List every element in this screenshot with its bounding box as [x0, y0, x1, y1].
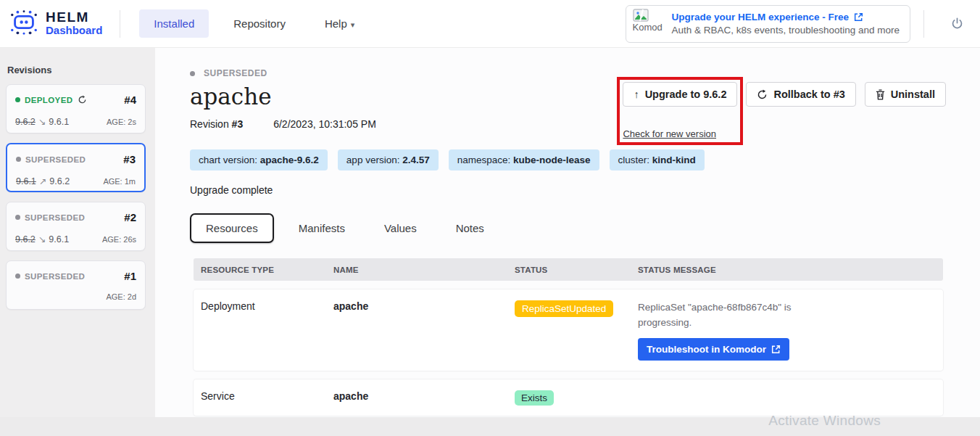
status-dot: [15, 215, 20, 220]
rollback-icon: [757, 89, 768, 100]
shutdown-button[interactable]: [950, 17, 964, 30]
col-name: NAME: [333, 266, 515, 274]
activate-windows-watermark: Activate Windows: [768, 413, 881, 429]
chart-version-badge: chart version: apache-9.6.2: [190, 149, 328, 170]
revision-number: #3: [123, 153, 136, 165]
broken-image-icon: [633, 9, 649, 22]
release-notes-text: Upgrade complete: [190, 184, 945, 196]
bottom-strip: Activate Windows: [0, 417, 980, 436]
table-header: RESOURCE TYPE NAME STATUS STATUS MESSAGE: [194, 258, 943, 281]
cluster-badge: cluster: kind-kind: [610, 149, 705, 170]
resource-type-cell: Deployment: [194, 299, 333, 361]
komodor-broken-image: Komod: [633, 9, 665, 39]
revision-age: AGE: 2d: [106, 292, 136, 301]
revision-label: Revision: [190, 118, 229, 130]
check-new-version-link[interactable]: Check for new version: [623, 128, 716, 139]
image-alt-text: Komod: [633, 22, 663, 33]
upgrade-arrow-icon: ↗: [39, 176, 46, 186]
resource-name-cell: apache: [333, 299, 515, 361]
arrow-up-icon: ↑: [634, 89, 639, 100]
status-badge: ReplicaSetUpdated: [515, 300, 613, 317]
downgrade-arrow-icon: ↘: [38, 234, 46, 244]
tab-values[interactable]: Values: [370, 215, 431, 242]
revision-number: #1: [124, 270, 136, 282]
external-link-icon: [854, 12, 863, 22]
chevron-down-icon: ▾: [351, 20, 355, 29]
nav-tab-installed[interactable]: Installed: [139, 9, 209, 38]
col-status: STATUS: [515, 266, 638, 274]
status-badge: Exists: [515, 390, 554, 406]
table-row: Service apache Exists: [194, 379, 943, 416]
promo-title: Upgrade your HELM experience - Free: [672, 12, 850, 22]
status-dot: [16, 157, 21, 162]
new-version: 9.6.2: [49, 176, 70, 186]
new-version: 9.6.1: [49, 117, 69, 127]
nav-tab-repository[interactable]: Repository: [219, 9, 300, 38]
main-nav: Installed Repository Help▾: [139, 9, 369, 38]
status-message: ReplicaSet "apache-68fb867c4b" is progre…: [638, 300, 801, 331]
app-version-badge: app version: 2.4.57: [338, 149, 439, 170]
release-detail-panel: SUPERSEDED apache Revision #3 6/2/2023, …: [155, 48, 980, 417]
helm-dashboard-logo[interactable]: HELM Dashboard: [9, 8, 102, 40]
detail-tabs: Resources Manifests Values Notes: [190, 213, 945, 243]
revision-status: SUPERSEDED: [25, 213, 85, 222]
rollback-button[interactable]: Rollback to #3: [746, 82, 855, 107]
revisions-sidebar: Revisions DEPLOYED #4 9.6.2 ↘ 9.6.1 AGE:…: [0, 48, 155, 417]
old-version: 9.6.2: [15, 234, 36, 244]
reconfigure-icon: [78, 95, 87, 104]
resources-table: RESOURCE TYPE NAME STATUS STATUS MESSAGE…: [194, 258, 943, 416]
revision-number: #3: [232, 118, 244, 130]
external-link-icon: [771, 345, 781, 354]
old-version: 9.6.1: [16, 176, 36, 186]
revision-status: SUPERSEDED: [25, 155, 86, 164]
logo-title: HELM: [46, 10, 102, 25]
troubleshoot-komodor-button[interactable]: Troubleshoot in Komodor: [638, 338, 789, 361]
revision-age: AGE: 1m: [103, 177, 136, 186]
sidebar-title: Revisions: [7, 65, 146, 75]
header-divider-2: [923, 10, 924, 38]
resource-name-cell: apache: [333, 389, 515, 406]
namespace-badge: namespace: kube-node-lease: [449, 149, 599, 170]
komodor-promo-banner[interactable]: Komod Upgrade your HELM experience - Fre…: [626, 5, 910, 43]
nav-menu-help[interactable]: Help▾: [310, 9, 369, 38]
revision-timestamp: 6/2/2023, 10:31:05 PM: [273, 118, 376, 130]
revision-card-1[interactable]: SUPERSEDED #1 AGE: 2d: [6, 260, 146, 310]
resource-type-cell: Service: [194, 389, 333, 406]
upgrade-button[interactable]: ↑ Upgrade to 9.6.2: [623, 82, 737, 107]
revision-age: AGE: 2s: [107, 118, 136, 126]
revision-age: AGE: 26s: [102, 235, 136, 244]
helm-logo-icon: [9, 8, 39, 40]
status-dot: [15, 97, 20, 102]
release-actions: ↑ Upgrade to 9.6.2 Check for new version…: [623, 82, 946, 140]
status-dot: [15, 273, 20, 279]
table-row: Deployment apache ReplicaSetUpdated Repl…: [194, 289, 943, 371]
logo-subtitle: Dashboard: [46, 25, 102, 37]
revision-status: DEPLOYED: [25, 96, 72, 104]
power-icon: [950, 17, 964, 30]
revision-number: #2: [124, 211, 136, 223]
col-status-message: STATUS MESSAGE: [638, 266, 943, 274]
tab-manifests[interactable]: Manifests: [284, 215, 360, 242]
new-version: 9.6.1: [49, 234, 69, 244]
downgrade-arrow-icon: ↘: [38, 116, 46, 127]
old-version: 9.6.2: [15, 117, 36, 127]
tab-resources[interactable]: Resources: [190, 213, 274, 243]
release-info-badges: chart version: apache-9.6.2 app version:…: [190, 149, 945, 170]
tab-notes[interactable]: Notes: [441, 215, 499, 242]
status-dot: [190, 71, 195, 76]
promo-subtitle: Auth & RBAC, k8s events, troubleshooting…: [672, 25, 900, 36]
revision-card-3[interactable]: SUPERSEDED #3 9.6.1 ↗ 9.6.2 AGE: 1m: [6, 143, 146, 192]
revision-card-2[interactable]: SUPERSEDED #2 9.6.2 ↘ 9.6.1 AGE: 26s: [6, 202, 146, 251]
trash-icon: [876, 89, 885, 100]
revision-number: #4: [124, 94, 136, 106]
revision-status: SUPERSEDED: [25, 272, 85, 281]
header-divider: [120, 10, 120, 38]
col-resource-type: RESOURCE TYPE: [194, 266, 333, 274]
uninstall-button[interactable]: Uninstall: [865, 82, 946, 107]
release-status: SUPERSEDED: [204, 68, 267, 78]
revision-card-4[interactable]: DEPLOYED #4 9.6.2 ↘ 9.6.1 AGE: 2s: [6, 84, 146, 133]
top-navbar: HELM Dashboard Installed Repository Help…: [0, 0, 980, 48]
